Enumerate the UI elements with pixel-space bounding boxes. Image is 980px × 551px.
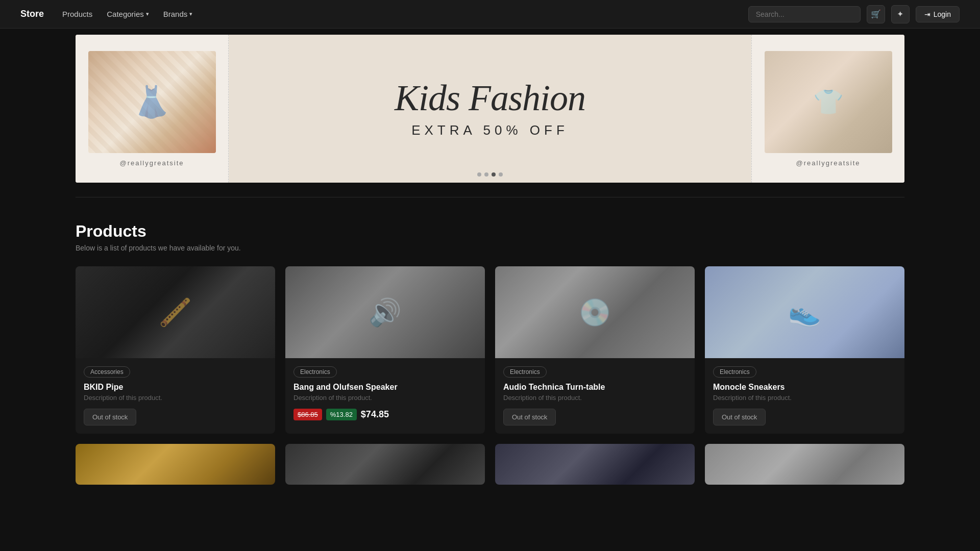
product-grid-partial <box>76 444 904 485</box>
product-desc-3: Description of this product. <box>503 394 687 402</box>
pipe-icon: 🪈 <box>159 297 192 328</box>
settings-icon: ✦ <box>897 9 903 19</box>
nav-logo[interactable]: Store <box>20 9 44 19</box>
banner-right-image: 👕 <box>765 51 892 153</box>
nav-right-actions: 🛒 ✦ ⇥ Login <box>748 5 960 23</box>
dot-1[interactable] <box>477 172 481 177</box>
product-card-1[interactable]: 🪈 Accessories BKID Pipe Description of t… <box>76 266 275 434</box>
brands-chevron-icon: ▾ <box>189 11 192 17</box>
product-category-4: Electronics <box>713 366 756 378</box>
categories-chevron-icon: ▾ <box>146 11 149 17</box>
hero-banner: 👗 @reallygreatsite Kids Fashion EXTRA 50… <box>76 35 904 183</box>
price-row-2: $86.85 %13.82 $74.85 <box>293 409 477 420</box>
product-card-8[interactable] <box>705 444 904 485</box>
product-card-2[interactable]: 🔊 Electronics Bang and Olufsen Speaker D… <box>285 266 485 434</box>
banner-title: Kids Fashion <box>395 80 585 116</box>
clothes-icon: 👗 <box>133 84 171 120</box>
product-image-1: 🪈 <box>76 266 275 358</box>
product-card-6[interactable] <box>285 444 485 485</box>
nav-categories-link[interactable]: Categories ▾ <box>107 10 149 18</box>
product-body-1: Accessories BKID Pipe Description of thi… <box>76 358 275 434</box>
product-body-4: Electronics Monocle Sneakers Description… <box>705 358 904 434</box>
products-subtitle: Below is a list of products we have avai… <box>76 244 904 252</box>
banner-subtitle: EXTRA 50% OFF <box>411 122 569 138</box>
sneaker-icon: 👟 <box>788 297 821 328</box>
cart-icon: 🛒 <box>871 9 881 19</box>
banner-center: Kids Fashion EXTRA 50% OFF <box>229 35 751 183</box>
login-button[interactable]: ⇥ Login <box>916 6 960 22</box>
dot-3[interactable] <box>492 172 496 177</box>
product-category-2: Electronics <box>293 366 337 378</box>
turntable-icon: 💿 <box>578 297 611 328</box>
out-of-stock-button-4[interactable]: Out of stock <box>713 409 766 425</box>
login-icon: ⇥ <box>924 10 930 18</box>
product-image-4: 👟 <box>705 266 904 358</box>
product-card-7[interactable] <box>495 444 695 485</box>
product-desc-2: Description of this product. <box>293 394 477 402</box>
banner-left-panel: 👗 @reallygreatsite <box>76 35 229 183</box>
products-section: Products Below is a list of products we … <box>0 197 980 505</box>
product-card-3[interactable]: 💿 Electronics Audio Technica Turn-table … <box>495 266 695 434</box>
products-title: Products <box>76 222 904 241</box>
product-card-5[interactable] <box>76 444 275 485</box>
banner-left-handle: @reallygreatsite <box>119 159 184 167</box>
product-category-3: Electronics <box>503 366 547 378</box>
dot-2[interactable] <box>484 172 488 177</box>
product-body-3: Electronics Audio Technica Turn-table De… <box>495 358 695 434</box>
product-category-1: Accessories <box>84 366 130 378</box>
price-original-2: $86.85 <box>293 409 322 420</box>
product-name-4: Monocle Sneakers <box>713 383 896 392</box>
nav-products-link[interactable]: Products <box>62 10 92 18</box>
product-body-2: Electronics Bang and Olufsen Speaker Des… <box>285 358 485 429</box>
product-desc-4: Description of this product. <box>713 394 896 402</box>
navbar: Store Products Categories ▾ Brands ▾ 🛒 ✦… <box>0 0 980 29</box>
price-discount-2: %13.82 <box>326 409 357 420</box>
product-desc-1: Description of this product. <box>84 394 267 402</box>
product-grid: 🪈 Accessories BKID Pipe Description of t… <box>76 266 904 434</box>
banner-right-handle: @reallygreatsite <box>796 159 860 167</box>
settings-button[interactable]: ✦ <box>891 5 910 23</box>
price-current-2: $74.85 <box>361 409 389 420</box>
product-image-3: 💿 <box>495 266 695 358</box>
product-name-2: Bang and Olufsen Speaker <box>293 383 477 392</box>
product-image-2: 🔊 <box>285 266 485 358</box>
banner-left-image: 👗 <box>88 51 216 153</box>
product-card-4[interactable]: 👟 Electronics Monocle Sneakers Descripti… <box>705 266 904 434</box>
search-input[interactable] <box>748 6 861 22</box>
out-of-stock-button-1[interactable]: Out of stock <box>84 409 136 425</box>
out-of-stock-button-3[interactable]: Out of stock <box>503 409 556 425</box>
product-name-3: Audio Technica Turn-table <box>503 383 687 392</box>
cart-button[interactable]: 🛒 <box>867 5 885 23</box>
nav-brands-link[interactable]: Brands ▾ <box>163 10 193 18</box>
speaker-icon: 🔊 <box>369 297 402 328</box>
dot-4[interactable] <box>499 172 503 177</box>
product-name-1: BKID Pipe <box>84 383 267 392</box>
sweater-icon: 👕 <box>813 88 844 116</box>
banner-dots <box>477 172 503 177</box>
banner-right-panel: 👕 @reallygreatsite <box>751 35 904 183</box>
